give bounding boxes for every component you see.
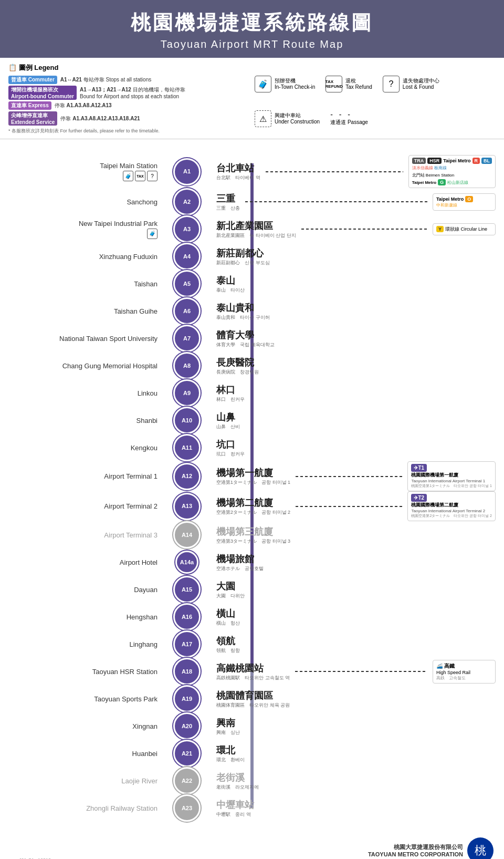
station-bubble: A19 (173, 685, 201, 712)
legend-icons: 🧳 預辦登機In-Town Check-in TAXREFUND 退稅Tax R… (255, 76, 496, 134)
station-row: Taipei Main Station🧳TAX?A1台北車站台北駅 타이베이 역… (8, 155, 496, 188)
connection-box: TRAHSRTaipei MetroRBL淡水信義線 板南線北門站 Beimen… (408, 155, 496, 188)
station-code: A6 (183, 308, 191, 314)
station-en-name: Linkou (138, 389, 158, 397)
T2-badge: ✈T2 (411, 494, 427, 502)
station-bubble: A5 (173, 270, 201, 297)
legend-title: 📋 圖例 Legend (8, 63, 496, 73)
station-code: A21 (182, 751, 192, 757)
line-R-badge: R (472, 158, 480, 164)
station-left-A17: Linghang (8, 640, 166, 648)
station-en-name: Taipei Main Station (100, 162, 158, 170)
station-zh-sub: 長庚病院 창경병원 (216, 369, 259, 376)
connection-line (266, 171, 403, 172)
station-left-A22: Laojie River (8, 777, 166, 785)
station-code: A12 (182, 473, 192, 479)
station-row: Airport Terminal 3A14機場第三航廈空港第3ターミナル 공항 … (8, 521, 496, 548)
station-bubble: A1 (173, 158, 201, 185)
legend-lostandfound: ? 遺失物處理中心Lost & Found (383, 76, 439, 92)
station-row: HuanbeiA21環北環北 환베이 (8, 740, 496, 767)
station-center-A17: A17 (166, 630, 208, 658)
station-left-A3: New Taipei Industrial Park🧳 (8, 220, 166, 239)
station-center-A12: A12 (166, 463, 208, 490)
station-zh-sub: 空港第3ターミナル 공항 터미널 3 (216, 538, 290, 545)
station-en-name: Xingnan (132, 722, 158, 730)
station-bubble: A20 (173, 712, 201, 740)
station-center-A14a: A14a (166, 551, 208, 574)
station-bubble: A2 (173, 188, 201, 215)
station-left-A11: Kengkou (8, 444, 166, 452)
station-en-name: Linghang (130, 640, 158, 648)
station-zh-sub: 山鼻 산비 (216, 423, 240, 430)
station-en-name: Taishan (134, 280, 158, 288)
station-zh-main: 環北 (216, 744, 245, 757)
station-zh-sub: 新莊副都心 신장 부도심 (216, 260, 270, 266)
station-right-A10: 山鼻山鼻 산비 (208, 411, 496, 430)
station-zh-names: 中壢車站中壢駅 중리 역 (216, 799, 254, 818)
station-right-A14: 機場第三航廈空港第3ターミナル 공항 터미널 3 (208, 525, 496, 545)
station-list: Taipei Main Station🧳TAX?A1台北車站台北駅 타이베이 역… (8, 150, 496, 822)
station-row: Laojie RiverA22老街溪老街溪 라오제지에 (8, 767, 496, 794)
station-row: LinghangA17領航領航 링항 (8, 630, 496, 658)
station-zh-names: 老街溪老街溪 라오제지에 (216, 771, 259, 791)
station-code: A10 (182, 418, 192, 423)
station-left-A20: Xingnan (8, 722, 166, 730)
checkin-icon: 🧳 (147, 229, 158, 239)
map-area: Taipei Main Station🧳TAX?A1台北車站台北駅 타이베이 역… (0, 139, 504, 832)
station-service-icons: 🧳TAX? (123, 171, 158, 181)
station-left-A18: Taoyuan HSR Station (8, 668, 166, 676)
station-zh-names: 新莊副都心新莊副都心 신장 부도심 (216, 247, 270, 266)
station-zh-names: 三重三重 산충 (216, 192, 240, 212)
station-right-A9: 林口林口 린커우 (208, 384, 496, 403)
station-en-name: Chang Gung Memorial Hospital (62, 362, 158, 370)
connection-box-terminal1: ✈T1桃園國際機場第一航廈Taoyuan International Airpo… (407, 461, 496, 491)
station-zh-sub: 空港ホテル 공항호텔 (216, 565, 264, 572)
station-zh-names: 領航領航 링항 (216, 635, 240, 654)
legend-taxrefund: TAXREFUND 退稅Tax Refund (326, 76, 372, 92)
station-code: A20 (182, 723, 192, 729)
station-code: A5 (183, 281, 191, 287)
station-code: A4 (183, 254, 191, 260)
station-zh-sub: 高鉄桃園駅 타오위안 고속철도 역 (216, 675, 290, 681)
station-zh-sub: 桃園体育園區 타오위안 체육 공원 (216, 702, 290, 709)
station-row: ShanbiA10山鼻山鼻 산비 (8, 407, 496, 434)
station-code: A18 (182, 669, 192, 675)
station-row: Taoyuan Sports ParkA19桃園體育園區桃園体育園區 타오위안 … (8, 685, 496, 712)
station-bubble: A16 (173, 603, 201, 630)
station-left-A9: Linkou (8, 389, 166, 397)
station-en-name: Airport Terminal 3 (104, 531, 158, 539)
station-left-A23: Zhongli Railway Station (8, 804, 166, 812)
station-bubble: A14 (173, 521, 201, 548)
station-en-name: Huanbei (132, 750, 158, 758)
station-row: National Taiwan Sport UniversityA7體育大學体育… (8, 325, 496, 352)
station-bubble: A13 (173, 493, 201, 520)
station-code: A11 (182, 445, 192, 451)
station-zh-names: 大園大園 다위안 (216, 580, 245, 599)
connection-line (296, 506, 402, 507)
line-BL-badge: BL (481, 158, 492, 164)
taxrefund-icon: TAX (135, 171, 145, 181)
station-en-name: Taishan Guihe (114, 307, 158, 315)
station-code: A22 (182, 778, 192, 784)
station-zh-names: 高鐵桃園站高鉄桃園駅 타오위안 고속철도 역 (216, 662, 290, 681)
hsr-badge: HSR (427, 158, 442, 164)
station-center-A1: A1 (166, 158, 208, 185)
station-code: A14a (180, 560, 194, 565)
station-code: A14 (182, 532, 192, 538)
station-zh-sub: 橫山 헝산 (216, 620, 240, 627)
station-left-A14: Airport Terminal 3 (8, 531, 166, 539)
connection-line (295, 671, 427, 672)
station-right-A12: 機場第一航廈空港第1ターミナル 공항 터미널 1✈T1桃園國際機場第一航廈Tao… (208, 461, 496, 491)
station-zh-main: 新莊副都心 (216, 247, 270, 260)
station-zh-main: 橫山 (216, 607, 240, 620)
station-zh-sub: 環北 환베이 (216, 757, 245, 763)
station-right-A21: 環北環北 환베이 (208, 744, 496, 763)
station-zh-sub: 林口 린커우 (216, 396, 245, 403)
station-left-A1: Taipei Main Station🧳TAX? (8, 162, 166, 181)
station-right-A19: 桃園體育園區桃園体育園區 타오위안 체육 공원 (208, 689, 496, 709)
station-row: Taoyuan HSR StationA18高鐵桃園站高鉄桃園駅 타오위안 고속… (8, 658, 496, 685)
station-left-A19: Taoyuan Sports Park (8, 695, 166, 703)
station-bubble: A10 (173, 407, 201, 434)
station-zh-sub: 興南 싱난 (216, 729, 240, 736)
taxrefund-icon: TAXREFUND (326, 76, 342, 92)
